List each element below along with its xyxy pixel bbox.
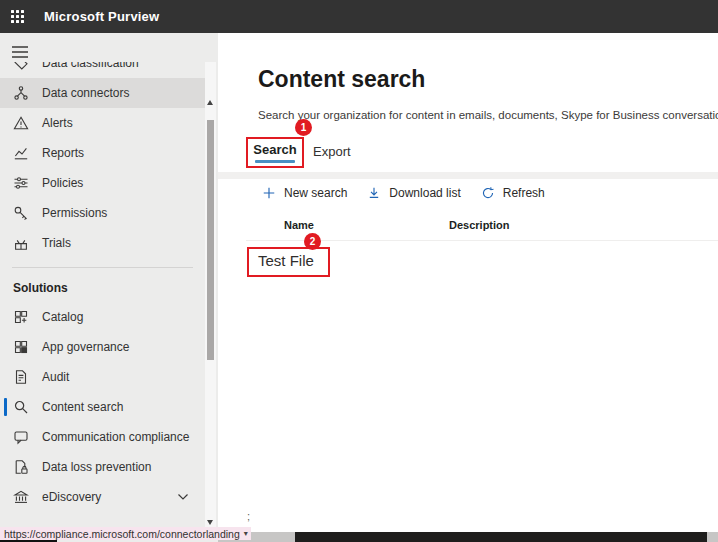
app-window: Microsoft Purview Data classification xyxy=(0,0,718,542)
new-search-button[interactable]: New search xyxy=(262,186,347,201)
scrollbar-thumb[interactable] xyxy=(207,120,214,360)
command-bar: New search Download list Refresh xyxy=(262,182,545,204)
column-header-description[interactable]: Description xyxy=(449,219,510,231)
bank-icon xyxy=(13,489,29,505)
sidebar-item-data-classification[interactable]: Data classification xyxy=(0,62,205,78)
column-header-name[interactable]: Name xyxy=(284,219,314,231)
tabs-bottom-band xyxy=(218,172,718,179)
status-bar: https://compliance.microsoft.com/connect… xyxy=(0,527,251,540)
waffle-icon xyxy=(11,10,24,23)
tab-export[interactable]: Export xyxy=(313,144,351,159)
refresh-button[interactable]: Refresh xyxy=(481,186,545,201)
sidebar-item-catalog[interactable]: Catalog xyxy=(0,302,205,332)
sidebar-item-label: Permissions xyxy=(42,206,107,220)
app-title: Microsoft Purview xyxy=(44,9,159,24)
table-header: Name Description xyxy=(218,219,718,237)
main-content: Content search Search your organization … xyxy=(218,33,718,542)
download-icon xyxy=(367,186,382,201)
sidebar-item-label: Catalog xyxy=(42,310,83,324)
sidebar-item-alerts[interactable]: Alerts xyxy=(0,108,205,138)
app-launcher-button[interactable] xyxy=(0,0,34,33)
active-tab-underline xyxy=(255,160,295,163)
page-title: Content search xyxy=(258,66,425,93)
sidebar-item-label: Reports xyxy=(42,146,84,160)
plus-icon xyxy=(262,186,277,201)
sidebar-item-data-connectors[interactable]: Data connectors xyxy=(0,78,205,108)
sidebar-item-trials[interactable]: Trials xyxy=(0,228,205,258)
annotation-step-1-badge: 1 xyxy=(295,119,312,136)
sidebar-item-audit[interactable]: Audit xyxy=(0,362,205,392)
sidebar-item-label: Communication compliance xyxy=(42,430,189,444)
sidebar-item-label: Data classification xyxy=(42,62,139,70)
sidebar-item-label: Data loss prevention xyxy=(42,460,151,474)
trial-box-icon xyxy=(13,235,29,251)
topbar: Microsoft Purview xyxy=(0,0,718,33)
hamburger-icon[interactable] xyxy=(11,45,29,59)
sidebar-item-label: Alerts xyxy=(42,116,73,130)
tab-search-label: Search xyxy=(253,142,296,157)
search-icon xyxy=(13,399,29,415)
horizontal-scrollbar[interactable] xyxy=(218,532,718,542)
chat-icon xyxy=(13,429,29,445)
sidebar-item-app-governance[interactable]: App governance xyxy=(0,332,205,362)
status-url: https://compliance.microsoft.com/connect… xyxy=(4,528,240,540)
sidebar-item-policies[interactable]: Policies xyxy=(0,168,205,198)
tab-search[interactable]: Search xyxy=(246,137,304,168)
sidebar-divider xyxy=(12,267,193,268)
scroll-down-arrow-icon[interactable] xyxy=(207,520,213,525)
download-list-label: Download list xyxy=(389,186,460,200)
grid-icon xyxy=(13,309,29,325)
sidebar-item-label: eDiscovery xyxy=(42,490,101,504)
caret-down-icon: ▾ xyxy=(244,529,248,538)
scroll-up-arrow-icon[interactable] xyxy=(207,100,213,105)
alert-icon xyxy=(13,115,29,131)
stray-text: ; xyxy=(247,510,250,522)
sidebar-scrollbar[interactable] xyxy=(205,62,216,528)
sidebar-item-label: Content search xyxy=(42,400,123,414)
annotation-step-2-badge: 2 xyxy=(304,233,321,250)
sliders-icon xyxy=(13,175,29,191)
app-grid-icon xyxy=(13,339,29,355)
key-icon xyxy=(13,205,29,221)
chevron-down-icon[interactable] xyxy=(177,493,189,501)
sidebar-item-label: Trials xyxy=(42,236,71,250)
sidebar-item-reports[interactable]: Reports xyxy=(0,138,205,168)
sidebar-item-data-loss-prevention[interactable]: Data loss prevention xyxy=(0,452,205,482)
table-row-test-file[interactable]: Test File xyxy=(247,247,330,277)
refresh-icon xyxy=(481,186,496,201)
search-name-link[interactable]: Test File xyxy=(258,252,314,269)
download-list-button[interactable]: Download list xyxy=(367,186,460,201)
sidebar-item-permissions[interactable]: Permissions xyxy=(0,198,205,228)
sidebar-item-communication-compliance[interactable]: Communication compliance xyxy=(0,422,205,452)
active-indicator xyxy=(4,398,7,416)
sidebar-item-label: App governance xyxy=(42,340,129,354)
connectors-icon xyxy=(13,85,29,101)
audit-doc-icon xyxy=(13,369,29,385)
sidebar-nav: Data classification Data connectors xyxy=(0,62,205,526)
doc-lock-icon xyxy=(13,459,29,475)
sidebar-item-label: Data connectors xyxy=(42,86,129,100)
horizontal-scrollbar-thumb[interactable] xyxy=(295,532,707,542)
tag-icon xyxy=(13,62,29,71)
sidebar-section-solutions: Solutions xyxy=(0,276,205,302)
sidebar-item-content-search[interactable]: Content search xyxy=(0,392,205,422)
sidebar-item-label: Policies xyxy=(42,176,83,190)
report-icon xyxy=(13,145,29,161)
new-search-label: New search xyxy=(284,186,347,200)
sidebar-item-ediscovery[interactable]: eDiscovery xyxy=(0,482,205,512)
sidebar-item-label: Audit xyxy=(42,370,69,384)
sidebar: Data classification Data connectors xyxy=(0,33,218,542)
refresh-label: Refresh xyxy=(503,186,545,200)
page-subtitle: Search your organization for content in … xyxy=(258,109,718,121)
